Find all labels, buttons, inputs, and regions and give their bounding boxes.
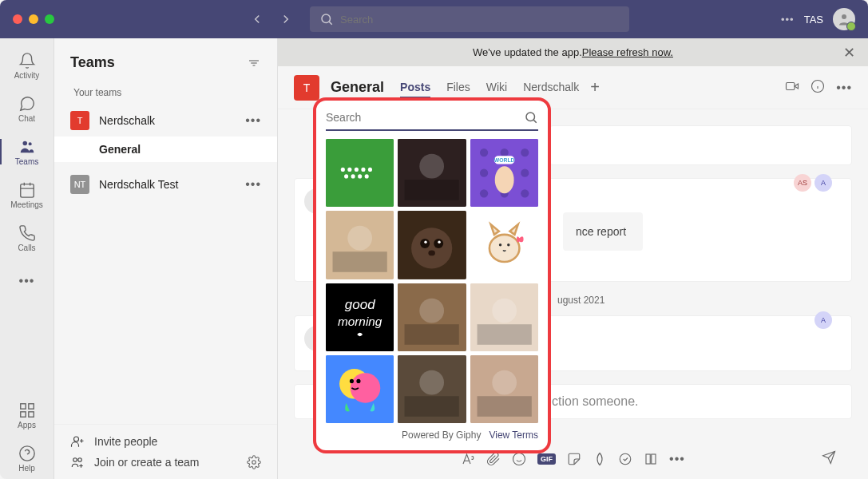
gif-tile[interactable] bbox=[326, 139, 394, 207]
filter-icon[interactable] bbox=[247, 56, 261, 70]
attach-button[interactable] bbox=[486, 452, 501, 466]
tab-files[interactable]: Files bbox=[446, 77, 470, 98]
svg-rect-5 bbox=[20, 184, 34, 197]
svg-point-79 bbox=[499, 243, 501, 246]
rail-label: Help bbox=[18, 464, 35, 473]
svg-rect-88 bbox=[477, 324, 531, 345]
gif-tile[interactable] bbox=[398, 139, 466, 207]
channel-general[interactable]: General bbox=[54, 137, 277, 162]
team-more-button[interactable]: ••• bbox=[245, 113, 261, 128]
gif-tile[interactable] bbox=[398, 283, 466, 351]
gif-tile[interactable] bbox=[326, 355, 394, 423]
gif-search-input[interactable] bbox=[326, 111, 524, 124]
user-avatar-button[interactable] bbox=[833, 8, 855, 30]
app-rail: Activity Chat Teams Meetings Calls ••• A… bbox=[0, 38, 54, 479]
send-button[interactable] bbox=[822, 450, 836, 468]
svg-text:morning: morning bbox=[338, 315, 382, 328]
loop-button[interactable] bbox=[593, 452, 607, 466]
meet-button[interactable] bbox=[785, 79, 799, 97]
gif-tile[interactable]: goodmorning bbox=[326, 283, 394, 351]
svg-point-74 bbox=[425, 241, 427, 243]
rail-label: Chat bbox=[18, 114, 35, 123]
sticker-button[interactable] bbox=[567, 452, 581, 466]
more-options-button[interactable]: ••• bbox=[836, 81, 852, 95]
svg-point-51 bbox=[365, 174, 369, 178]
rail-calls[interactable]: Calls bbox=[0, 217, 54, 259]
rail-chat[interactable]: Chat bbox=[0, 88, 54, 129]
svg-rect-36 bbox=[646, 454, 650, 464]
approvals-button[interactable] bbox=[618, 452, 632, 466]
gif-grid: WORLDgoodmorning bbox=[326, 139, 538, 423]
rail-label: Apps bbox=[18, 421, 36, 430]
invite-label: Invite people bbox=[94, 435, 157, 448]
calendar-icon bbox=[18, 181, 36, 199]
svg-point-97 bbox=[420, 370, 445, 395]
more-menu-button[interactable]: ••• bbox=[781, 14, 795, 26]
gif-tile[interactable] bbox=[470, 211, 538, 279]
format-button[interactable] bbox=[461, 452, 475, 466]
gear-icon[interactable] bbox=[247, 455, 261, 469]
svg-point-50 bbox=[358, 174, 362, 178]
gif-tile[interactable] bbox=[326, 211, 394, 279]
svg-rect-10 bbox=[28, 403, 33, 408]
svg-point-4 bbox=[28, 142, 31, 145]
gif-tile[interactable] bbox=[398, 211, 466, 279]
close-window-button[interactable] bbox=[13, 14, 22, 24]
minimize-window-button[interactable] bbox=[29, 14, 38, 24]
svg-point-78 bbox=[489, 235, 520, 262]
emoji-button[interactable] bbox=[512, 452, 526, 466]
view-terms-link[interactable]: View Terms bbox=[489, 430, 538, 441]
gif-tile[interactable] bbox=[398, 355, 466, 423]
info-button[interactable] bbox=[811, 79, 825, 97]
banner-close-button[interactable]: ✕ bbox=[843, 44, 855, 61]
add-tab-button[interactable]: + bbox=[590, 78, 600, 97]
history-forward-button[interactable] bbox=[275, 8, 297, 30]
svg-point-58 bbox=[521, 148, 529, 156]
rail-meetings[interactable]: Meetings bbox=[0, 174, 54, 216]
reaction-badge[interactable]: A bbox=[814, 311, 832, 329]
svg-line-41 bbox=[533, 120, 536, 122]
svg-point-35 bbox=[620, 453, 631, 465]
global-search[interactable] bbox=[310, 6, 629, 32]
svg-rect-12 bbox=[20, 411, 25, 416]
gif-tile[interactable]: WORLD bbox=[470, 139, 538, 207]
rail-help[interactable]: Help bbox=[0, 437, 54, 479]
composer-more-button[interactable]: ••• bbox=[669, 452, 685, 466]
stream-button[interactable] bbox=[644, 452, 658, 466]
rail-teams[interactable]: Teams bbox=[0, 131, 54, 172]
svg-rect-85 bbox=[405, 324, 459, 345]
banner-refresh-link[interactable]: Please refresh now. bbox=[582, 46, 673, 58]
svg-point-60 bbox=[521, 169, 529, 177]
team-more-button[interactable]: ••• bbox=[245, 177, 261, 192]
reaction-badge[interactable]: A bbox=[814, 174, 832, 192]
team-item-nerdschalk-test[interactable]: NT Nerdschalk Test ••• bbox=[54, 168, 277, 200]
tab-wiki[interactable]: Wiki bbox=[486, 77, 507, 98]
maximize-window-button[interactable] bbox=[45, 14, 54, 24]
gif-button[interactable]: GIF bbox=[537, 453, 556, 465]
channel-tabs: Posts Files Wiki Nerdschalk bbox=[400, 77, 579, 98]
svg-point-43 bbox=[341, 168, 345, 172]
svg-rect-68 bbox=[333, 252, 387, 273]
gif-search-box[interactable] bbox=[326, 110, 538, 131]
search-icon bbox=[524, 110, 538, 125]
gif-tile[interactable] bbox=[470, 355, 538, 423]
team-item-nerdschalk[interactable]: T Nerdschalk ••• bbox=[54, 105, 277, 137]
rail-more[interactable]: ••• bbox=[0, 260, 54, 302]
rail-activity[interactable]: Activity bbox=[0, 45, 54, 86]
rail-apps[interactable]: Apps bbox=[0, 394, 54, 436]
tab-nerdschalk[interactable]: Nerdschalk bbox=[523, 77, 579, 98]
svg-point-80 bbox=[507, 243, 509, 246]
gif-tile[interactable] bbox=[470, 283, 538, 351]
tab-posts[interactable]: Posts bbox=[400, 77, 430, 98]
invite-people-button[interactable]: Invite people bbox=[70, 434, 261, 449]
person-icon bbox=[837, 12, 851, 26]
reaction-badge[interactable]: AS bbox=[794, 174, 811, 192]
global-search-input[interactable] bbox=[340, 14, 620, 26]
join-create-label: Join or create a team bbox=[94, 456, 200, 469]
history-back-button[interactable] bbox=[246, 8, 268, 30]
message-card[interactable] bbox=[549, 125, 852, 165]
join-create-team-button[interactable]: Join or create a team bbox=[70, 455, 261, 469]
sidebar-header: Teams bbox=[54, 38, 277, 81]
svg-point-75 bbox=[438, 241, 441, 243]
svg-point-3 bbox=[22, 141, 27, 145]
